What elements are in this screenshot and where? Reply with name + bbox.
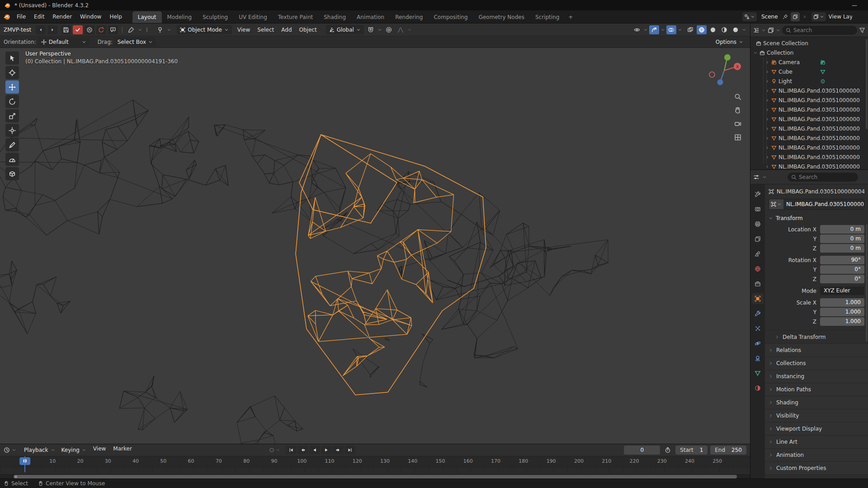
jump-to-end-button[interactable] xyxy=(344,446,355,455)
outliner-item-light[interactable]: Light xyxy=(750,76,868,86)
scene-name[interactable]: Scene xyxy=(760,14,780,20)
gizmo-z-axis[interactable] xyxy=(717,80,723,85)
tool-rotate[interactable] xyxy=(5,95,19,108)
tool-add-cube[interactable] xyxy=(5,167,19,180)
tool-transform[interactable] xyxy=(5,124,19,137)
properties-scrollbar[interactable] xyxy=(866,224,868,342)
panel-line-art[interactable]: Line Art xyxy=(765,436,868,449)
outliner-item-nl-imbag-pand-03051000000[interactable]: NL.IMBAG.Pand.03051000000 xyxy=(750,114,868,124)
tab-modifiers[interactable] xyxy=(752,308,764,319)
shading-wireframe-button[interactable] xyxy=(697,25,707,34)
panel-instancing[interactable]: Instancing xyxy=(765,370,868,383)
workspace-tab-rendering[interactable]: Rendering xyxy=(390,11,428,23)
properties-search-input[interactable]: Search xyxy=(788,173,858,182)
workspace-tab-compositing[interactable]: Compositing xyxy=(428,11,473,23)
pin-icon[interactable] xyxy=(783,14,788,19)
workspace-tab-texture-paint[interactable]: Texture Paint xyxy=(273,11,318,23)
tool-measure[interactable] xyxy=(5,153,19,166)
frame-end-field[interactable]: End250 xyxy=(710,446,746,455)
mode-dropdown[interactable]: Object Mode xyxy=(177,25,232,34)
shading-rendered-button[interactable] xyxy=(731,25,741,34)
chevron-down-icon[interactable] xyxy=(678,28,682,32)
annotate-pin-icon[interactable] xyxy=(155,25,165,34)
outliner-item-nl-imbag-pand-03051000000[interactable]: NL.IMBAG.Pand.03051000000 xyxy=(750,133,868,143)
play-reverse-button[interactable] xyxy=(309,446,320,455)
auto-key-toggle[interactable] xyxy=(269,447,275,453)
tool-annotate[interactable] xyxy=(5,138,19,151)
properties-editor-icon[interactable] xyxy=(753,174,760,180)
timeline-editor-icon[interactable] xyxy=(4,447,10,453)
viewport-canvas[interactable]: User Perspective (0) Collection | NL.IMB… xyxy=(0,48,750,444)
ortho-toggle-icon[interactable] xyxy=(734,134,741,141)
scene-selector[interactable] xyxy=(742,12,757,21)
comment-button[interactable] xyxy=(108,25,118,34)
new-scene-button[interactable] xyxy=(791,12,800,21)
falloff-icon[interactable] xyxy=(396,25,406,34)
tab-material[interactable] xyxy=(752,383,764,394)
expand-icon[interactable] xyxy=(765,155,769,160)
tool-cursor[interactable] xyxy=(5,66,19,79)
tool-move[interactable] xyxy=(5,80,19,94)
viewport-menu-add[interactable]: Add xyxy=(278,27,295,33)
chevron-down-icon[interactable] xyxy=(12,448,16,452)
field-value-y[interactable]: 1.000 xyxy=(820,308,864,316)
navigation-gizmo[interactable]: X xyxy=(706,52,742,89)
expand-icon[interactable] xyxy=(765,98,769,103)
chevron-down-icon[interactable] xyxy=(742,28,746,32)
stopwatch-icon[interactable] xyxy=(665,447,671,453)
outliner-item-nl-imbag-pand-03051000000[interactable]: NL.IMBAG.Pand.03051000000 xyxy=(750,162,868,170)
xray-toggle[interactable] xyxy=(685,25,695,34)
collapse-icon[interactable] xyxy=(753,51,758,55)
minimize-button[interactable]: — xyxy=(852,2,857,9)
field-value-scale-x[interactable]: 1.000 xyxy=(820,298,864,307)
show-gizmo-toggle[interactable] xyxy=(649,25,659,34)
workspace-tab-modeling[interactable]: Modeling xyxy=(162,11,198,23)
tab-world[interactable] xyxy=(752,263,764,274)
drag-value-dropdown[interactable]: Select Box xyxy=(114,37,156,47)
expand-icon[interactable] xyxy=(765,117,769,122)
active-tool-brush-icon[interactable] xyxy=(126,25,136,34)
panel-relations[interactable]: Relations xyxy=(765,344,868,357)
expand-icon[interactable] xyxy=(765,60,769,65)
outliner-editor-icon[interactable] xyxy=(753,27,760,33)
save-button[interactable] xyxy=(61,25,71,34)
expand-icon[interactable] xyxy=(765,89,769,93)
panel-custom-properties[interactable]: Custom Properties xyxy=(765,462,868,475)
more-options-icon[interactable] xyxy=(144,27,150,33)
frame-start-field[interactable]: Start1 xyxy=(675,446,708,455)
orientation-dropdown[interactable]: Global xyxy=(326,25,364,34)
outliner-item-nl-imbag-pand-03051000000[interactable]: NL.IMBAG.Pand.03051000000 xyxy=(750,105,868,114)
tab-physics[interactable] xyxy=(752,338,764,349)
expand-icon[interactable] xyxy=(765,164,769,169)
timeline-strip[interactable] xyxy=(0,467,750,474)
blender-menu-icon[interactable] xyxy=(4,13,11,20)
filter-icon[interactable] xyxy=(859,27,865,33)
workspace-tab-sculpting[interactable]: Sculpting xyxy=(197,11,233,23)
workspace-tab-shading[interactable]: Shading xyxy=(318,11,351,23)
scrollbar-thumb[interactable] xyxy=(14,475,737,479)
nav-forward-button[interactable] xyxy=(47,25,57,34)
shading-material-button[interactable] xyxy=(719,25,729,34)
tab-scene[interactable] xyxy=(752,249,764,259)
field-value-z[interactable]: 1.000 xyxy=(820,317,864,326)
tool-select-box[interactable] xyxy=(5,52,19,65)
tab-render[interactable] xyxy=(752,204,764,215)
menubar-menu-window[interactable]: Window xyxy=(76,12,105,22)
field-value-mode[interactable]: XYZ Euler xyxy=(820,286,864,295)
panel-animation[interactable]: Animation xyxy=(765,449,868,462)
prev-keyframe-button[interactable] xyxy=(297,446,308,455)
panel-delta-transform[interactable]: Delta Transform xyxy=(765,331,868,344)
outliner-scrollbar[interactable] xyxy=(866,39,868,129)
workspace-tab-animation[interactable]: Animation xyxy=(351,11,390,23)
workspace-tab-uv-editing[interactable]: UV Editing xyxy=(233,11,273,23)
panel-shading[interactable]: Shading xyxy=(765,396,868,409)
field-value-location-x[interactable]: 0 m xyxy=(820,225,864,234)
field-value-z[interactable]: 0° xyxy=(820,275,864,283)
outliner-item-camera[interactable]: Camera xyxy=(750,57,868,67)
outliner-item-cube[interactable]: Cube xyxy=(750,67,868,76)
expand-icon[interactable] xyxy=(765,79,769,84)
outliner-item-nl-imbag-pand-03051000000[interactable]: NL.IMBAG.Pand.03051000000 xyxy=(750,86,868,95)
tab-collection[interactable] xyxy=(752,278,764,289)
view-layer-selector[interactable] xyxy=(811,12,826,21)
orientation-value-dropdown[interactable]: Default xyxy=(38,37,90,47)
